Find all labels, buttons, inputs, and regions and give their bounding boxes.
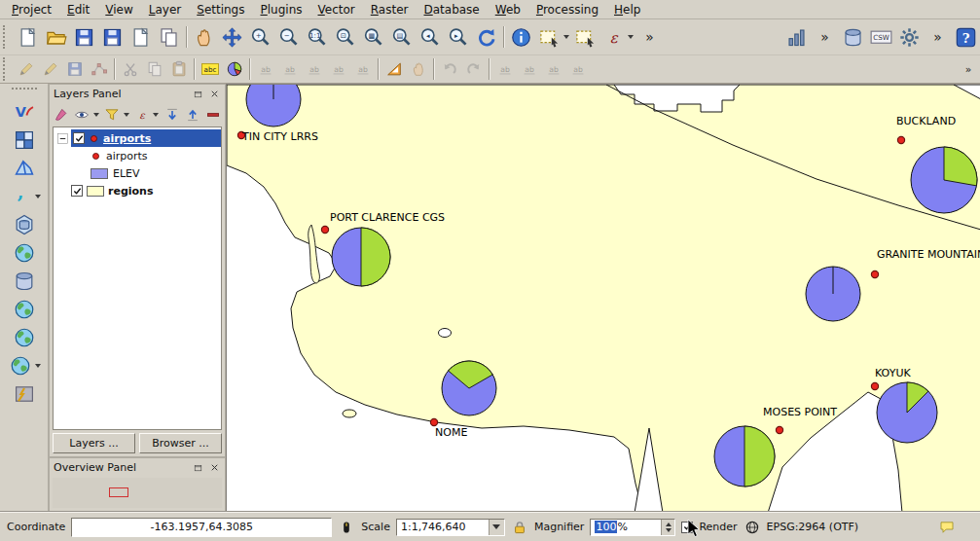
label-option-3-icon[interactable]: ab (541, 57, 565, 81)
layer-row-airports[interactable]: airports (54, 129, 221, 147)
crs-globe-icon[interactable] (744, 519, 761, 536)
pan-map-icon[interactable] (190, 23, 218, 52)
toolbar-handle[interactable] (3, 57, 10, 81)
add-delimited-text-icon[interactable]: , (6, 183, 35, 210)
deselect-features-icon[interactable] (571, 23, 599, 52)
measure-tool-icon[interactable] (381, 57, 406, 81)
change-label-icon[interactable]: ab (350, 57, 375, 81)
save-layer-edits-icon[interactable] (62, 57, 87, 81)
menu-item-plugins[interactable]: Plugins (253, 2, 310, 18)
remove-layer-icon[interactable] (203, 105, 222, 124)
move-label-icon[interactable]: ab (302, 57, 326, 81)
legend-row-airports[interactable]: airports (54, 147, 221, 164)
current-edits-icon[interactable] (14, 57, 38, 81)
select-features-icon[interactable] (535, 23, 563, 52)
render-checkbox[interactable] (681, 522, 693, 533)
layer-diagram-icon[interactable] (222, 57, 246, 81)
tree-expander-icon[interactable] (56, 132, 69, 145)
undo-icon[interactable] (437, 57, 461, 81)
menu-item-help[interactable]: Help (606, 2, 648, 18)
help-icon[interactable]: ? (952, 23, 980, 52)
zoom-native-icon[interactable]: 1:1 (303, 23, 331, 52)
vertex-tool-icon[interactable] (87, 57, 111, 81)
add-vector-layer-icon[interactable]: V (10, 98, 39, 126)
identify-features-icon[interactable] (507, 23, 535, 52)
layer-visibility-checkbox[interactable] (73, 132, 85, 144)
close-panel-icon[interactable] (207, 461, 221, 475)
float-panel-icon[interactable] (191, 88, 204, 101)
select-by-expression-icon[interactable]: ε (599, 23, 628, 52)
statistical-summary-icon[interactable] (782, 23, 811, 52)
menu-item-project[interactable]: Project (4, 2, 59, 18)
toolbar-overflow-2-icon[interactable]: » (811, 23, 839, 52)
map-canvas[interactable]: TIN CITY LRRSPORT CLARENCE CGSBUCKLANDGR… (226, 84, 980, 512)
menu-item-processing[interactable]: Processing (528, 2, 606, 18)
paste-features-icon[interactable] (166, 57, 191, 81)
toolbar-handle[interactable] (12, 88, 37, 94)
lock-scale-icon[interactable] (511, 519, 528, 536)
menu-item-layer[interactable]: Layer (141, 2, 189, 18)
toolbar-overflow-1-icon[interactable]: » (635, 23, 664, 52)
filter-legend-icon[interactable] (103, 105, 122, 124)
cut-features-icon[interactable] (118, 57, 142, 81)
dropdown-arrow-icon[interactable] (93, 113, 99, 117)
menu-item-vector[interactable]: Vector (310, 2, 363, 18)
zoom-out-icon[interactable]: − (274, 23, 303, 52)
extents-toggle-icon[interactable] (338, 519, 355, 536)
add-wms-layer-icon[interactable] (10, 296, 39, 323)
refresh-map-icon[interactable] (472, 23, 500, 52)
redo-icon[interactable] (461, 57, 486, 81)
filter-by-expression-icon[interactable]: ε (133, 105, 152, 124)
processing-toolbox-icon[interactable] (895, 23, 924, 52)
manage-map-themes-icon[interactable] (73, 105, 91, 124)
new-print-layout-icon[interactable] (127, 23, 155, 52)
zoom-next-icon[interactable]: ▸ (444, 23, 472, 52)
label-option-4-icon[interactable]: ab (565, 57, 590, 81)
layer-row-regions[interactable]: regions (54, 182, 221, 199)
zoom-to-layer-icon[interactable]: ▤ (387, 23, 416, 52)
dropdown-arrow-icon[interactable] (124, 113, 129, 117)
annotation-tool-icon[interactable] (406, 57, 430, 81)
dropdown-arrow-icon[interactable] (153, 113, 159, 117)
save-project-as-icon[interactable] (98, 23, 127, 52)
add-wfs-layer-icon[interactable] (10, 324, 39, 351)
add-raster-layer-icon[interactable] (10, 126, 39, 154)
dropdown-arrow-icon[interactable] (628, 35, 634, 39)
open-layer-styling-icon[interactable] (53, 105, 71, 124)
dropdown-arrow-icon[interactable] (35, 195, 41, 198)
add-postgis-layer-icon[interactable] (10, 211, 39, 238)
add-mesh-layer-icon[interactable] (10, 155, 39, 182)
legend-row-elev[interactable]: ELEV (54, 164, 221, 182)
menu-item-edit[interactable]: Edit (59, 2, 97, 18)
layer-visibility-checkbox[interactable] (71, 185, 83, 197)
scale-combobox[interactable]: 1:1,746,640 (396, 519, 505, 536)
overview-extent-rect[interactable] (109, 487, 128, 497)
menu-item-settings[interactable]: Settings (189, 2, 252, 18)
magnifier-spinbox[interactable]: 100 % (590, 519, 675, 536)
zoom-in-icon[interactable]: + (246, 23, 274, 52)
add-wcs-layer-icon[interactable] (6, 352, 35, 379)
dropdown-arrow-icon[interactable] (35, 364, 41, 368)
pin-labels-icon[interactable]: ab (253, 57, 277, 81)
label-option-1-icon[interactable]: ab (492, 57, 517, 81)
copy-features-icon[interactable] (142, 57, 166, 81)
add-mssql-layer-icon[interactable] (10, 268, 39, 295)
pan-to-selection-icon[interactable] (218, 23, 246, 52)
toolbar-overflow-icon[interactable]: » (956, 57, 980, 81)
messages-bubble-icon[interactable] (938, 519, 956, 536)
database-manager-icon[interactable] (839, 23, 867, 52)
save-project-icon[interactable] (70, 23, 98, 52)
rotate-label-icon[interactable]: ab (326, 57, 350, 81)
layer-label[interactable]: regions (108, 185, 153, 198)
collapse-all-icon[interactable] (183, 105, 201, 124)
expand-all-icon[interactable] (163, 105, 181, 124)
new-project-icon[interactable] (14, 23, 42, 52)
float-panel-icon[interactable] (191, 461, 204, 475)
close-panel-icon[interactable] (207, 88, 221, 101)
layer-labeling-icon[interactable]: abc (198, 57, 222, 81)
metasearch-csw-icon[interactable]: CSW (867, 23, 895, 52)
menu-item-web[interactable]: Web (488, 2, 528, 18)
highlight-labels-icon[interactable]: ab (277, 57, 302, 81)
menu-item-view[interactable]: View (97, 2, 140, 18)
open-project-icon[interactable] (42, 23, 70, 52)
